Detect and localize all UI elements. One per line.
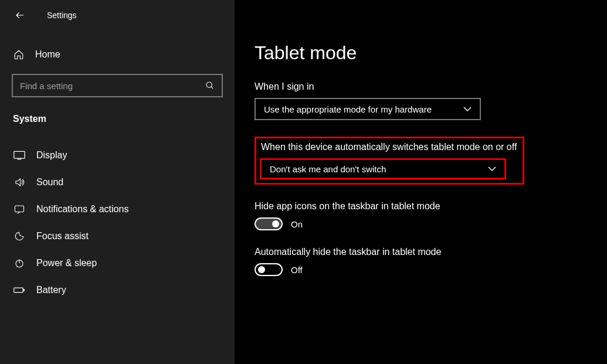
sidebar-item-label: Power & sleep: [36, 258, 97, 268]
search-box[interactable]: [12, 74, 223, 97]
sound-icon: [13, 177, 26, 188]
toggle-knob: [272, 220, 279, 227]
hide-icons-state: On: [291, 219, 303, 229]
hide-taskbar-toggle-row: Off: [255, 263, 607, 276]
home-label: Home: [35, 49, 60, 60]
sidebar-item-battery[interactable]: Battery: [0, 277, 235, 304]
autoswitch-highlight: When this device automatically switches …: [255, 137, 524, 185]
chevron-down-icon: [463, 106, 472, 112]
hide-taskbar-state: Off: [291, 265, 303, 275]
sidebar-item-power-sleep[interactable]: Power & sleep: [0, 250, 235, 277]
main-content: Tablet mode When I sign in Use the appro…: [235, 0, 607, 364]
home-link[interactable]: Home: [0, 43, 235, 66]
notifications-icon: [13, 205, 26, 214]
hide-taskbar-setting: Automatically hide the taskbar in tablet…: [255, 247, 607, 276]
svg-rect-4: [14, 288, 23, 292]
svg-rect-2: [15, 206, 24, 212]
arrow-left-icon: [15, 10, 25, 21]
hide-icons-label: Hide app icons on the taskbar in tablet …: [255, 201, 607, 212]
page-title: Tablet mode: [255, 42, 607, 64]
home-icon: [13, 49, 25, 60]
window-title: Settings: [47, 11, 77, 20]
power-icon: [13, 258, 26, 268]
signin-dropdown-value: Use the appropriate mode for my hardware: [264, 104, 432, 114]
hide-icons-toggle-row: On: [255, 217, 607, 230]
header-row: Settings: [0, 8, 235, 22]
back-button[interactable]: [13, 8, 27, 22]
focus-assist-icon: [13, 231, 26, 241]
sidebar-item-label: Battery: [36, 285, 66, 295]
search-icon: [205, 81, 215, 90]
signin-label: When I sign in: [255, 81, 607, 92]
sidebar-item-label: Notifications & actions: [36, 204, 128, 215]
signin-dropdown[interactable]: Use the appropriate mode for my hardware: [255, 98, 481, 120]
sidebar-item-notifications[interactable]: Notifications & actions: [0, 196, 235, 223]
sidebar-item-display[interactable]: Display: [0, 142, 235, 169]
nav-list: Display Sound Notifications & actions Fo…: [0, 142, 235, 304]
search-container: [0, 66, 235, 103]
toggle-knob: [258, 266, 265, 273]
signin-setting: When I sign in Use the appropriate mode …: [255, 81, 607, 120]
autoswitch-label: When this device automatically switches …: [256, 138, 523, 156]
hide-icons-toggle[interactable]: [255, 217, 283, 230]
hide-taskbar-toggle[interactable]: [255, 263, 283, 276]
sidebar-item-label: Sound: [36, 177, 63, 188]
sidebar: Settings Home System Display Sound Notif…: [0, 0, 235, 364]
svg-rect-1: [14, 151, 25, 158]
sidebar-item-label: Display: [36, 150, 67, 161]
svg-rect-5: [23, 289, 25, 291]
svg-point-0: [206, 82, 212, 87]
hide-taskbar-label: Automatically hide the taskbar in tablet…: [255, 247, 607, 257]
hide-icons-setting: Hide app icons on the taskbar in tablet …: [255, 201, 607, 230]
chevron-down-icon: [488, 166, 496, 172]
sidebar-item-sound[interactable]: Sound: [0, 169, 235, 196]
display-icon: [13, 151, 26, 160]
autoswitch-dropdown-value: Don't ask me and don't switch: [270, 164, 386, 174]
autoswitch-dropdown[interactable]: Don't ask me and don't switch: [260, 158, 506, 179]
battery-icon: [13, 286, 26, 294]
category-label: System: [0, 103, 235, 130]
sidebar-item-focus-assist[interactable]: Focus assist: [0, 223, 235, 250]
sidebar-item-label: Focus assist: [36, 231, 89, 241]
search-input[interactable]: [20, 81, 205, 91]
